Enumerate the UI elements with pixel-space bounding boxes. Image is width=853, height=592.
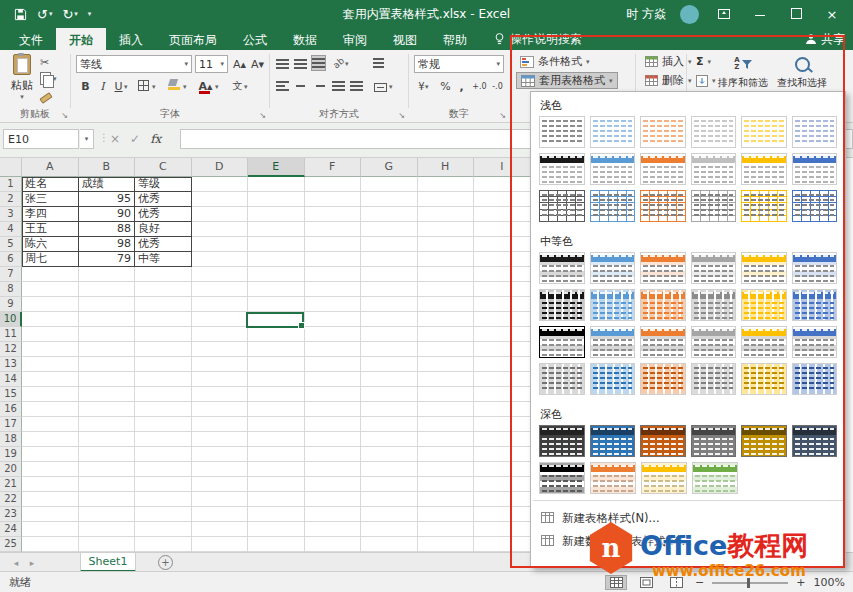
cell-D14[interactable] (192, 372, 249, 387)
table-style-thumbnail[interactable] (792, 153, 838, 185)
borders-button[interactable] (138, 80, 149, 91)
column-header-C[interactable]: C (135, 158, 192, 177)
row-header-21[interactable]: 21 (0, 477, 22, 492)
increase-indent-button[interactable] (349, 78, 364, 94)
zoom-level[interactable]: 100% (814, 576, 845, 589)
cell-I14[interactable] (474, 372, 531, 387)
cell-A24[interactable] (22, 522, 79, 537)
table-style-thumbnail[interactable] (539, 252, 585, 284)
cell-D8[interactable] (192, 282, 249, 297)
row-header-10[interactable]: 10 (0, 312, 22, 327)
alignment-dialog-launcher[interactable]: ↘ (398, 111, 405, 120)
table-style-thumbnail[interactable] (539, 425, 585, 457)
table-style-thumbnail[interactable] (640, 252, 686, 284)
cell-C15[interactable] (135, 387, 192, 402)
cell-D22[interactable] (192, 492, 249, 507)
row-header-3[interactable]: 3 (0, 207, 22, 222)
cell-I21[interactable] (474, 477, 531, 492)
cell-B16[interactable] (79, 402, 136, 417)
cell-F3[interactable] (305, 207, 362, 222)
row-header-19[interactable]: 19 (0, 447, 22, 462)
cell-G8[interactable] (361, 282, 418, 297)
conditional-formatting-button[interactable]: 条件格式 ▾ (516, 53, 594, 70)
cell-I12[interactable] (474, 342, 531, 357)
cell-I23[interactable] (474, 507, 531, 522)
column-header-E[interactable]: E (248, 158, 305, 177)
cut-button[interactable]: ✂ (40, 55, 64, 70)
cell-E1[interactable] (248, 177, 305, 192)
cell-C21[interactable] (135, 477, 192, 492)
ribbon-display-options-button[interactable] (713, 7, 735, 22)
cell-B11[interactable] (79, 327, 136, 342)
row-header-24[interactable]: 24 (0, 522, 22, 537)
cell-A12[interactable] (22, 342, 79, 357)
table-style-thumbnail[interactable] (792, 326, 838, 358)
decrease-indent-button[interactable] (331, 78, 346, 94)
cell-C13[interactable] (135, 357, 192, 372)
cell-H14[interactable] (418, 372, 475, 387)
cell-F20[interactable] (305, 462, 362, 477)
cell-A5[interactable]: 陈六 (22, 237, 79, 252)
table-style-thumbnail[interactable] (741, 153, 787, 185)
cell-G24[interactable] (361, 522, 418, 537)
table-style-thumbnail[interactable] (741, 190, 787, 222)
cell-G21[interactable] (361, 477, 418, 492)
cell-D11[interactable] (192, 327, 249, 342)
cell-H17[interactable] (418, 417, 475, 432)
table-style-thumbnail[interactable] (640, 190, 686, 222)
cell-F24[interactable] (305, 522, 362, 537)
cell-B22[interactable] (79, 492, 136, 507)
cell-B10[interactable] (79, 312, 136, 327)
table-style-thumbnail[interactable] (792, 425, 838, 457)
cell-E8[interactable] (248, 282, 305, 297)
paste-button[interactable]: 粘贴 ▾ (7, 54, 37, 112)
cell-D16[interactable] (192, 402, 249, 417)
name-box-dropdown[interactable]: ▾ (80, 129, 94, 149)
cell-E16[interactable] (248, 402, 305, 417)
table-style-thumbnail[interactable] (640, 363, 686, 395)
cell-C11[interactable] (135, 327, 192, 342)
table-style-thumbnail[interactable] (640, 289, 686, 321)
table-style-thumbnail[interactable] (539, 116, 585, 148)
cell-A13[interactable] (22, 357, 79, 372)
page-break-view-button[interactable] (665, 575, 687, 590)
cell-D3[interactable] (192, 207, 249, 222)
cell-B9[interactable] (79, 297, 136, 312)
cell-C18[interactable] (135, 432, 192, 447)
table-style-thumbnail[interactable] (539, 153, 585, 185)
phonetic-dropdown-icon[interactable]: ▾ (244, 83, 248, 91)
formula-bar-grip[interactable]: ⋮ (99, 132, 109, 143)
cell-A15[interactable] (22, 387, 79, 402)
cell-C2[interactable]: 优秀 (135, 192, 192, 207)
table-style-thumbnail[interactable] (640, 153, 686, 185)
ribbon-tab-7[interactable]: 视图 (380, 28, 430, 50)
table-style-thumbnail[interactable] (792, 363, 838, 395)
cell-H16[interactable] (418, 402, 475, 417)
table-style-thumbnail[interactable] (640, 425, 686, 457)
cell-B7[interactable] (79, 267, 136, 282)
cell-A23[interactable] (22, 507, 79, 522)
cell-C6[interactable]: 中等 (135, 252, 192, 267)
cell-I9[interactable] (474, 297, 531, 312)
cell-F19[interactable] (305, 447, 362, 462)
enter-button[interactable]: ✓ (130, 132, 140, 146)
align-middle-button[interactable] (293, 56, 308, 72)
table-style-thumbnail[interactable] (692, 462, 738, 494)
cell-D17[interactable] (192, 417, 249, 432)
cell-I5[interactable] (474, 237, 531, 252)
row-header-11[interactable]: 11 (0, 327, 22, 342)
table-style-thumbnail[interactable] (741, 326, 787, 358)
row-header-22[interactable]: 22 (0, 492, 22, 507)
cell-H2[interactable] (418, 192, 475, 207)
format-as-table-button[interactable]: 套用表格格式 ▾ (516, 72, 618, 89)
cell-I10[interactable] (474, 312, 531, 327)
cell-D24[interactable] (192, 522, 249, 537)
new-pivot-style-item[interactable]: 新建数据透视表样式(P)... (531, 530, 845, 553)
cell-F2[interactable] (305, 192, 362, 207)
table-style-thumbnail[interactable] (691, 289, 737, 321)
italic-button[interactable]: I (95, 78, 110, 94)
table-style-thumbnail[interactable] (691, 252, 737, 284)
cell-F14[interactable] (305, 372, 362, 387)
cell-B5[interactable]: 98 (79, 237, 136, 252)
clipboard-dialog-launcher[interactable]: ↘ (61, 111, 68, 120)
